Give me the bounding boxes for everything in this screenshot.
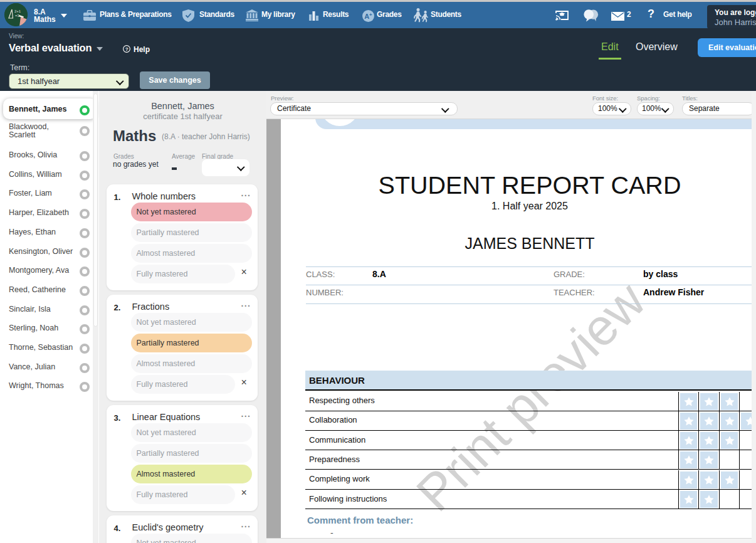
svg-text:?: ?: [125, 46, 129, 51]
svg-text:+: +: [369, 12, 372, 18]
svg-text:A: A: [364, 13, 369, 20]
svg-text:2+1: 2+1: [14, 9, 21, 13]
